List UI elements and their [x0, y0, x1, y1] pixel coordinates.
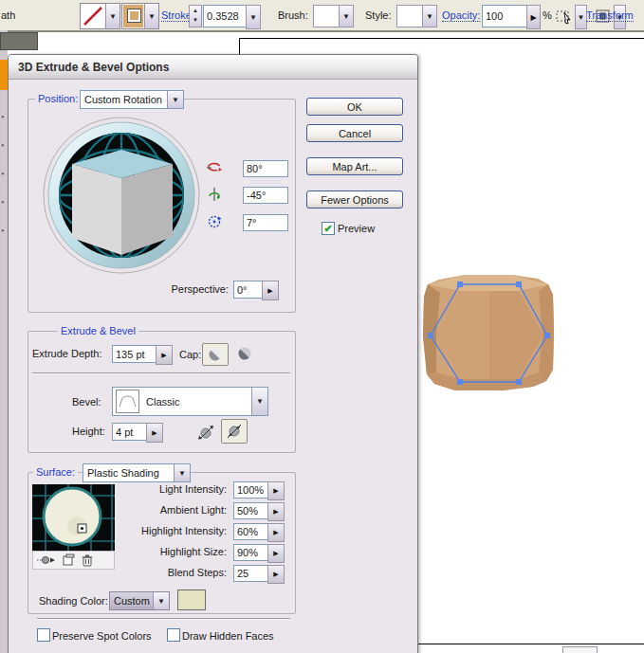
- bevel-thumbnail-icon: [113, 388, 142, 415]
- chevron-down-icon[interactable]: ▼: [251, 388, 267, 415]
- tool-flyout-tick: ‣: [1, 171, 7, 177]
- rotate-z-input[interactable]: 7°: [243, 214, 288, 231]
- position-label: Position:: [35, 93, 81, 104]
- cap-off-button[interactable]: [234, 344, 255, 363]
- extrude-depth-popup-arrow[interactable]: ▶: [156, 345, 173, 365]
- rotate-z-icon: [206, 213, 223, 230]
- rotation-trackball[interactable]: [43, 117, 200, 274]
- extrude-depth-label: Extrude Depth:: [32, 348, 101, 359]
- stroke-weight-stepper[interactable]: ▲ ▼: [189, 5, 202, 27]
- chevron-down-icon[interactable]: ▼: [174, 464, 190, 481]
- surface-select[interactable]: Plastic Shading ▼: [83, 463, 191, 482]
- highlight-size-popup-arrow[interactable]: ▶: [267, 544, 285, 563]
- preview-checkbox[interactable]: ✔: [322, 222, 335, 235]
- preserve-spot-colors-label: Preserve Spot Colors: [52, 630, 152, 642]
- stroke-weight-dropdown[interactable]: ▼: [246, 5, 261, 29]
- check-icon: ✔: [323, 224, 332, 233]
- bottom-divider: [37, 618, 290, 620]
- perspective-popup-arrow[interactable]: ▶: [262, 281, 279, 300]
- extrude-divider: [32, 372, 290, 374]
- highlight-intensity-popup-arrow[interactable]: ▶: [267, 523, 285, 542]
- isolate-selection-icon[interactable]: [555, 5, 574, 27]
- opacity-input[interactable]: 100: [482, 5, 533, 27]
- transform-link[interactable]: Transform: [586, 9, 634, 22]
- ambient-light-popup-arrow[interactable]: ▶: [267, 502, 285, 521]
- draw-hidden-faces-checkbox[interactable]: [167, 628, 180, 642]
- brush-label: Brush:: [278, 9, 308, 21]
- trackball-cube: [72, 150, 173, 255]
- palette-tab-sliver: [0, 32, 38, 50]
- perspective-label: Perspective:: [160, 283, 229, 295]
- preserve-spot-colors-checkbox[interactable]: [37, 628, 50, 642]
- bevel-extent-in-button[interactable]: [221, 419, 248, 444]
- light-intensity-popup-arrow[interactable]: ▶: [267, 481, 285, 500]
- options-toolbar: ath ▼ ▼ Stroke: ▲ ▼ 0.3528 ▼ Brush: ▼ St…: [0, 0, 644, 32]
- tool-flyout-tick: ‣: [1, 199, 7, 206]
- artboard-left-edge: [239, 38, 240, 54]
- artwork-3d-extruded-hexagon[interactable]: [417, 268, 560, 396]
- bevel-height-label: Height:: [72, 426, 105, 437]
- rotate-x-icon: [206, 159, 223, 176]
- chevron-down-icon[interactable]: ▼: [153, 592, 169, 609]
- shading-color-label: Shading Color:: [39, 595, 108, 607]
- shading-color-swatch[interactable]: [177, 590, 206, 610]
- bevel-label: Bevel:: [72, 396, 101, 408]
- rotate-y-icon: [206, 186, 223, 203]
- extrude-depth-input[interactable]: 135 pt: [112, 345, 161, 363]
- highlight-size-label: Highlight Size:: [84, 546, 227, 557]
- fill-none-swatch-icon: [82, 5, 104, 27]
- light-intensity-label: Light Intensity:: [84, 483, 227, 495]
- artboard-top-edge: [239, 38, 644, 39]
- percent-label: %: [543, 9, 552, 21]
- stroke-color-combo[interactable]: ▼: [121, 3, 159, 29]
- chevron-down-icon[interactable]: ▼: [167, 91, 183, 108]
- extrude-bevel-group-label: Extrude & Bevel: [58, 325, 138, 336]
- cancel-button[interactable]: Cancel: [306, 124, 403, 142]
- map-art-button[interactable]: Map Art...: [306, 157, 403, 175]
- fewer-options-button[interactable]: Fewer Options: [306, 190, 403, 209]
- chevron-down-icon[interactable]: ▼: [144, 4, 158, 28]
- spin-down-icon[interactable]: ▼: [190, 15, 201, 25]
- tool-flyout-tick: ‣: [1, 142, 7, 149]
- opacity-popup-arrow[interactable]: ▶: [526, 5, 541, 29]
- chevron-down-icon[interactable]: ▼: [422, 6, 436, 27]
- ambient-light-label: Ambient Light:: [84, 504, 227, 516]
- artboard-bottom-edge: [417, 644, 644, 644]
- chevron-down-icon[interactable]: ▼: [105, 4, 120, 28]
- dialog-titlebar[interactable]: 3D Extrude & Bevel Options: [9, 55, 417, 80]
- palette-edge-orange: [0, 60, 8, 90]
- surface-label: Surface:: [33, 466, 78, 478]
- highlight-intensity-label: Highlight Intensity:: [84, 525, 227, 536]
- bevel-extent-out-button[interactable]: [194, 421, 217, 444]
- new-light-icon[interactable]: [62, 553, 75, 567]
- tool-flyout-tick: ‣: [1, 227, 7, 234]
- draw-hidden-faces-label: Draw Hidden Faces: [182, 630, 274, 642]
- move-light-icon[interactable]: [37, 553, 56, 567]
- chevron-down-icon[interactable]: ▼: [339, 6, 353, 27]
- cap-label: Cap:: [179, 349, 201, 360]
- blend-steps-label: Blend Steps:: [84, 567, 227, 578]
- style-label: Style:: [365, 9, 392, 21]
- position-select[interactable]: Custom Rotation ▼: [80, 90, 184, 109]
- blend-steps-popup-arrow[interactable]: ▶: [267, 565, 285, 584]
- rotate-y-input[interactable]: -45°: [243, 187, 288, 204]
- brush-combo[interactable]: ▼: [313, 5, 354, 27]
- stroke-color-swatch-icon: [123, 5, 143, 27]
- bevel-height-popup-arrow[interactable]: ▶: [146, 423, 163, 443]
- shading-color-select[interactable]: Custom ▼: [109, 591, 170, 610]
- tool-flyout-tick: ‣: [1, 114, 7, 120]
- 3d-extrude-bevel-dialog: 3D Extrude & Bevel Options Position: Cus…: [8, 54, 418, 653]
- page-tile-marker: [562, 646, 598, 653]
- fill-color-combo[interactable]: ▼: [80, 3, 120, 29]
- style-combo[interactable]: ▼: [396, 5, 437, 27]
- ok-button[interactable]: OK: [306, 98, 403, 116]
- dialog-title: 3D Extrude & Bevel Options: [9, 61, 169, 74]
- tools-panel-sliver: [0, 30, 8, 653]
- cap-on-button[interactable]: [202, 343, 229, 366]
- preview-label: Preview: [338, 223, 375, 234]
- opacity-label-link[interactable]: Opacity:: [442, 9, 480, 22]
- spin-up-icon[interactable]: ▲: [190, 6, 201, 15]
- bevel-select[interactable]: Classic ▼: [112, 387, 268, 416]
- rotate-x-input[interactable]: 80°: [243, 160, 288, 177]
- path-label-fragment: ath: [1, 9, 15, 21]
